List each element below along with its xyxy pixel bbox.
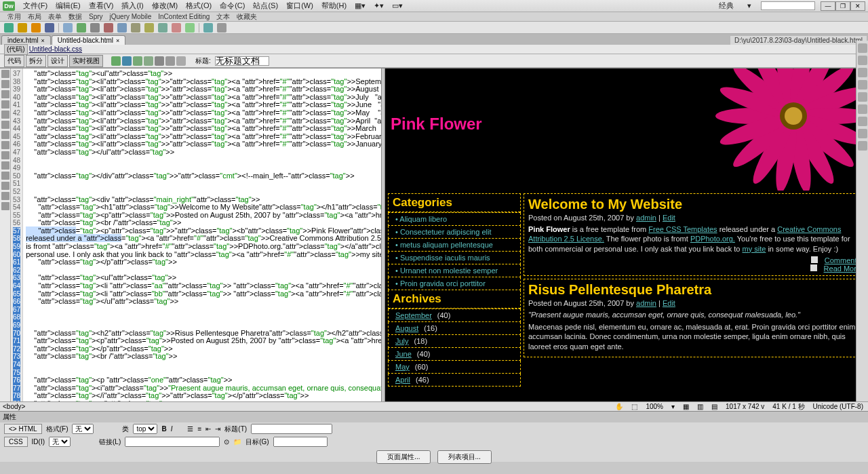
tool-icon[interactable] [1, 172, 9, 180]
panel-icon[interactable] [858, 117, 867, 126]
script-icon[interactable] [172, 23, 181, 33]
admin-link[interactable]: admin [636, 299, 656, 307]
view-icon[interactable]: ▤ [709, 403, 719, 410]
indent-icon[interactable]: ⇥ [215, 425, 220, 433]
format-select[interactable]: 无 [72, 424, 94, 434]
css-link[interactable]: Untitled-black.css [29, 45, 82, 53]
class-select[interactable]: top [133, 424, 157, 434]
reload-icon[interactable] [176, 56, 186, 66]
tb2-spry[interactable]: Spry [89, 13, 103, 20]
tool-icon[interactable] [1, 70, 9, 78]
link[interactable]: my site [743, 245, 766, 253]
category-item[interactable]: Proin gravida orci porttitor [388, 277, 521, 290]
table-icon[interactable] [45, 23, 54, 33]
category-item[interactable]: metus aliquam pellentesque [388, 239, 521, 252]
italic-button[interactable]: I [171, 425, 173, 433]
view-code[interactable]: 代码 [4, 55, 24, 67]
category-item[interactable]: Consectetuer adipiscing elit [388, 226, 521, 239]
menu-insert[interactable]: 插入(I) [121, 1, 143, 11]
panel-icon[interactable] [858, 92, 867, 102]
minimize-button[interactable]: — [821, 1, 835, 11]
view-icon[interactable]: ▥ [695, 403, 705, 410]
tool-icon[interactable] [1, 182, 9, 190]
widget-icon[interactable] [104, 23, 113, 33]
layout-label[interactable]: 经典 [719, 1, 734, 11]
tool-icon[interactable] [1, 121, 9, 129]
tb2-data[interactable]: 数据 [68, 12, 82, 22]
edit-link[interactable]: Edit [663, 299, 675, 307]
menu-file[interactable]: 文件(F) [23, 1, 47, 11]
category-item[interactable]: Aliquam libero [388, 213, 521, 226]
tb2-forms[interactable]: 表单 [48, 12, 62, 22]
live-code-icon[interactable] [111, 56, 121, 66]
tab-untitled[interactable]: Untitled-black.html× [52, 35, 126, 45]
id-select[interactable]: 无 [49, 437, 71, 447]
menu-help[interactable]: 帮助(H) [321, 1, 347, 11]
head-icon[interactable] [158, 23, 167, 33]
ol-icon[interactable]: ≡ [197, 425, 201, 433]
select-icon[interactable]: ⬚ [629, 403, 639, 410]
title-input[interactable] [251, 424, 332, 434]
menu-commands[interactable]: 命令(C) [220, 1, 245, 11]
options-icon[interactable] [155, 56, 164, 66]
view-live[interactable]: 实时视图 [69, 55, 103, 67]
css-tab[interactable]: CSS [4, 437, 28, 447]
search-input[interactable] [761, 1, 815, 10]
archive-item[interactable]: September(40) [388, 309, 521, 322]
tb2-common[interactable]: 常用 [7, 12, 21, 22]
restore-button[interactable]: ❐ [835, 1, 850, 11]
extend-icon[interactable]: ▭▾ [392, 1, 403, 10]
tool-icon[interactable] [1, 151, 9, 159]
properties-header[interactable]: 属性 [0, 412, 868, 422]
link[interactable]: PDPhoto.org. [690, 235, 735, 243]
tb2-layout[interactable]: 布局 [28, 12, 41, 22]
archive-item[interactable]: April(46) [388, 374, 521, 387]
tb2-jquery[interactable]: jQuery Mobile [110, 13, 152, 20]
tool-icon[interactable] [1, 90, 9, 98]
admin-link[interactable]: admin [636, 214, 656, 222]
code-editor[interactable]: 3738394041424344454647484950515253545556… [11, 68, 381, 401]
menu-site[interactable]: 站点(S) [253, 1, 278, 11]
archive-item[interactable]: July(18) [388, 335, 521, 348]
div-icon[interactable] [63, 23, 73, 33]
tag-icon[interactable] [203, 23, 213, 33]
tb2-incontext[interactable]: InContext Editing [158, 13, 210, 20]
tool-icon[interactable] [1, 161, 9, 170]
template-icon[interactable] [185, 23, 195, 33]
date-icon[interactable] [117, 23, 127, 33]
ul-icon[interactable]: ☰ [187, 425, 193, 433]
code-content[interactable]: "attr">class="tag"><ul"attr">class="tag"… [23, 68, 381, 401]
hand-icon[interactable]: ✋ [613, 403, 625, 410]
view-design[interactable]: 设计 [47, 55, 68, 67]
bold-button[interactable]: B [161, 425, 166, 433]
source-chip[interactable]: (代码) [4, 44, 28, 55]
panel-icon[interactable] [858, 80, 867, 90]
refresh-icon[interactable] [133, 56, 142, 66]
tag-selector[interactable]: <body> [3, 403, 25, 410]
category-item[interactable]: Urnanet non molestie semper [388, 264, 521, 277]
tool-icon[interactable] [1, 80, 9, 88]
anchor-icon[interactable] [31, 23, 41, 33]
menu-window[interactable]: 窗口(W) [286, 1, 313, 11]
category-item[interactable]: Suspendisse iaculis mauris [388, 252, 521, 264]
inspect-icon[interactable] [122, 56, 132, 66]
layout-dropdown-icon[interactable]: ▾ [747, 1, 751, 10]
tool-icon[interactable] [1, 100, 9, 108]
nav-icon[interactable] [144, 56, 153, 66]
image-icon[interactable] [77, 23, 86, 33]
more-icon[interactable] [217, 23, 226, 33]
folder-icon[interactable]: 📁 [233, 438, 241, 446]
comment-icon[interactable] [144, 23, 154, 33]
media-icon[interactable] [90, 23, 100, 33]
tool-icon[interactable] [1, 202, 9, 210]
readmore-link[interactable]: Read More [824, 264, 861, 273]
tool-icon[interactable] [1, 111, 9, 119]
layout-icon[interactable]: ▦▾ [355, 1, 366, 10]
list-item-button[interactable]: 列表项目... [437, 450, 492, 464]
link-icon[interactable]: ⊙ [224, 438, 229, 446]
link[interactable]: Free CSS Templates [648, 225, 717, 233]
address-icon[interactable] [165, 56, 175, 66]
menu-view[interactable]: 查看(V) [89, 1, 114, 11]
panel-icon[interactable] [858, 68, 867, 77]
edit-link[interactable]: Edit [663, 214, 675, 222]
